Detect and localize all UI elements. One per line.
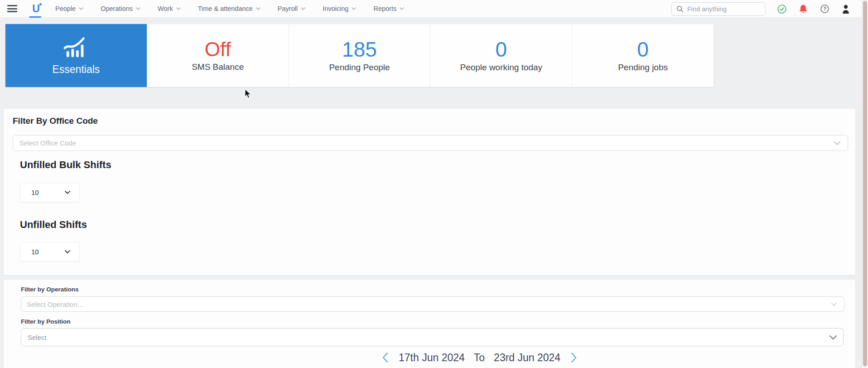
pagesize-value: 10	[31, 248, 39, 256]
vertical-scrollbar-track[interactable]	[862, 0, 868, 368]
menu-label: Operations	[101, 5, 133, 12]
menu-item-work[interactable]: Work	[158, 5, 181, 12]
logo-active-underline	[29, 16, 41, 18]
menu-item-invoicing[interactable]: Invoicing	[323, 5, 356, 12]
chevron-down-icon	[256, 7, 260, 10]
chevron-left-icon	[382, 352, 388, 363]
search-icon	[676, 5, 684, 13]
operations-select[interactable]	[21, 296, 844, 312]
card-people-working-today[interactable]: 0 People working today	[430, 24, 572, 87]
chevron-down-icon	[176, 7, 181, 10]
menu-item-time-attendance[interactable]: Time & attendance	[198, 5, 260, 12]
u-logo: U	[32, 4, 39, 14]
menu-item-people[interactable]: People	[55, 5, 83, 12]
search-input[interactable]	[687, 5, 760, 13]
chevron-down-icon	[301, 7, 305, 10]
bulk-shifts-pagesize-select[interactable]: 10	[20, 183, 80, 202]
mouse-cursor	[245, 89, 251, 99]
check-circle-icon[interactable]	[777, 4, 787, 14]
menu-item-payroll[interactable]: Payroll	[278, 5, 305, 12]
stat-label: People working today	[460, 63, 542, 73]
chevron-down-icon	[65, 250, 70, 253]
stat-label: Pending jobs	[618, 63, 668, 73]
card-sms-balance[interactable]: Off SMS Balance	[147, 24, 289, 87]
menu-label: Time & attendance	[198, 5, 253, 12]
card-pending-jobs[interactable]: 0 Pending jobs	[572, 24, 714, 87]
hamburger-icon[interactable]	[7, 5, 17, 12]
vertical-scrollbar-thumb[interactable]	[863, 1, 867, 366]
global-search[interactable]	[671, 2, 766, 16]
operations-filter-panel: Filter by Operations Filter by Position …	[4, 280, 855, 368]
unfilled-shifts-heading: Unfilled Shifts	[20, 219, 87, 231]
menu-label: Payroll	[278, 5, 298, 12]
stat-value: Off	[205, 39, 231, 59]
navbar-right: ?	[671, 0, 851, 18]
chevron-right-icon	[571, 352, 577, 363]
menu-item-operations[interactable]: Operations	[101, 5, 140, 12]
date-range-to: 23rd Jun 2024	[494, 352, 560, 364]
card-pending-people[interactable]: 185 Pending People	[289, 24, 430, 87]
date-range-navigator: 17th Jun 2024 To 23rd Jun 2024	[381, 349, 579, 367]
main-menu: People Operations Work Time & attendance…	[55, 5, 404, 12]
menu-label: People	[55, 5, 76, 12]
avatar[interactable]	[841, 4, 851, 14]
chevron-down-icon	[352, 7, 356, 10]
top-navbar: U People Operations Work Time & attendan…	[0, 0, 862, 18]
chevron-down-icon	[136, 7, 140, 10]
dashboard-cards: Essentials Off SMS Balance 185 Pending P…	[5, 24, 714, 87]
question-circle-icon[interactable]: ?	[820, 4, 829, 14]
card-essentials[interactable]: Essentials	[5, 24, 147, 87]
stat-value: 0	[637, 39, 649, 60]
unfilled-bulk-shifts-heading: Unfilled Bulk Shifts	[20, 159, 111, 171]
menu-label: Reports	[373, 5, 396, 12]
filters-panel: Filter By Office Code Unfilled Bulk Shif…	[4, 109, 855, 275]
stat-value: 185	[342, 39, 377, 60]
date-range-from: 17th Jun 2024	[399, 352, 465, 364]
menu-label: Invoicing	[323, 5, 348, 12]
shifts-pagesize-select[interactable]: 10	[20, 242, 80, 261]
svg-text:?: ?	[823, 6, 826, 11]
office-code-select[interactable]	[13, 135, 848, 151]
bell-icon[interactable]	[798, 4, 808, 14]
chevron-down-icon	[65, 191, 70, 194]
position-select[interactable]	[21, 328, 844, 346]
stat-value: 0	[495, 39, 507, 60]
pagesize-value: 10	[31, 189, 39, 196]
office-code-heading: Filter By Office Code	[13, 116, 98, 126]
previous-week-button[interactable]	[381, 352, 390, 363]
stat-label: Pending People	[329, 63, 390, 73]
chevron-down-icon	[79, 7, 83, 10]
card-essentials-label: Essentials	[52, 63, 100, 76]
position-filter-label: Filter by Position	[21, 318, 71, 325]
date-range-separator: To	[474, 352, 485, 364]
position-input[interactable]	[28, 334, 796, 341]
menu-label: Work	[158, 5, 173, 12]
app-logo[interactable]: U	[29, 0, 43, 18]
office-code-input[interactable]	[19, 139, 800, 147]
chevron-down-icon	[831, 303, 837, 306]
operations-filter-label: Filter by Operations	[21, 286, 79, 293]
chevron-down-icon	[829, 335, 837, 339]
stat-label: SMS Balance	[192, 62, 244, 72]
chevron-down-icon	[400, 7, 404, 10]
menu-item-reports[interactable]: Reports	[373, 5, 404, 12]
u-logo-dot	[39, 3, 42, 5]
trend-chart-icon	[63, 35, 89, 59]
operations-input[interactable]	[27, 300, 814, 308]
next-week-button[interactable]	[569, 352, 579, 363]
chevron-down-icon	[834, 141, 840, 145]
